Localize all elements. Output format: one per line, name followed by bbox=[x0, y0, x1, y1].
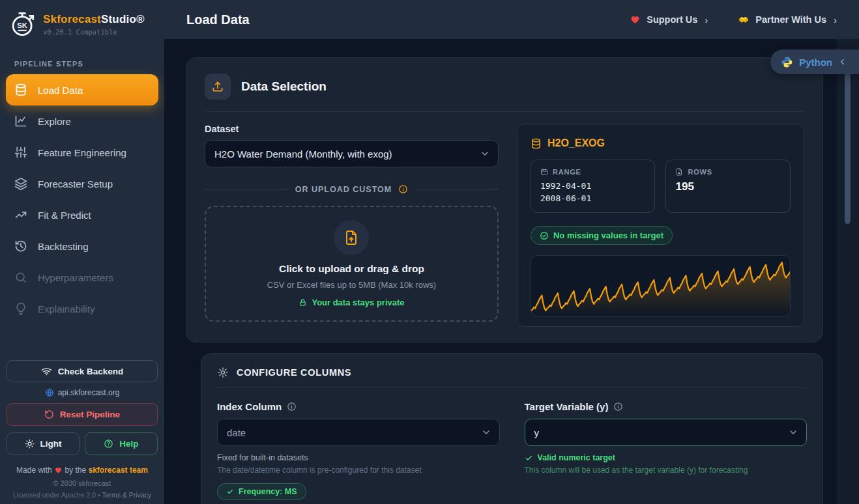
chevron-down-icon bbox=[481, 427, 491, 438]
or-upload-divider: OR UPLOAD CUSTOM bbox=[205, 184, 499, 194]
configure-columns-card: CONFIGURE COLUMNS Index Column date bbox=[201, 353, 823, 504]
target-variable-label: Target Variable (y) bbox=[525, 401, 609, 412]
valid-target-text: Valid numeric target bbox=[538, 453, 615, 462]
reset-pipeline-label: Reset Pipeline bbox=[60, 410, 120, 419]
terms-privacy-link[interactable]: Terms & Privacy bbox=[102, 491, 151, 499]
sidebar-item-backtesting[interactable]: Backtesting bbox=[6, 231, 158, 262]
info-icon[interactable] bbox=[613, 402, 623, 412]
sidebar-item-label: Forecaster Setup bbox=[38, 178, 113, 189]
data-selection-card: Data Selection Dataset H2O Water Demand … bbox=[186, 57, 823, 343]
info-icon[interactable] bbox=[398, 184, 408, 194]
sidebar-item-load-data[interactable]: Load Data bbox=[6, 74, 158, 105]
privacy-note: Your data stays private bbox=[298, 298, 404, 307]
pipeline-nav: Load Data Explore Feature Engineering Fo… bbox=[0, 74, 164, 324]
chevron-left-icon bbox=[838, 57, 847, 66]
brand-name-white: Studio® bbox=[101, 13, 145, 25]
brand-text: SkforecastStudio® v0.20.1 Compatible bbox=[43, 13, 145, 36]
dataset-select[interactable]: H2O Water Demand (Monthly, with exog) bbox=[205, 140, 499, 167]
sidebar-item-feature-engineering[interactable]: Feature Engineering bbox=[6, 137, 158, 168]
info-icon[interactable] bbox=[287, 402, 297, 412]
database-icon bbox=[531, 138, 542, 149]
rotate-ccw-icon bbox=[44, 410, 54, 419]
partner-with-us-label: Partner With Us bbox=[755, 14, 826, 25]
range-start-value: 1992-04-01 bbox=[540, 180, 646, 193]
sidebar-item-explainability[interactable]: Explainability bbox=[6, 293, 158, 324]
sidebar-footer: Check Backend api.skforecast.org Reset P… bbox=[0, 354, 164, 504]
search-icon bbox=[14, 271, 27, 284]
or-upload-label: OR UPLOAD CUSTOM bbox=[295, 185, 392, 194]
license-prefix: Licensed under Apache 2.0 • bbox=[13, 491, 100, 499]
sidebar-item-label: Load Data bbox=[38, 85, 83, 96]
team-link[interactable]: skforecast team bbox=[89, 466, 148, 475]
copyright-line: © 2030 skforecast bbox=[7, 479, 158, 487]
check-icon bbox=[226, 488, 234, 496]
file-dropzone[interactable]: Click to upload or drag & drop CSV or Ex… bbox=[205, 206, 499, 322]
lightbulb-icon bbox=[14, 302, 27, 315]
stopwatch-logo-icon: SK bbox=[9, 10, 36, 38]
made-with-prefix: Made with bbox=[16, 466, 52, 475]
index-helper-secondary: The date/datetime column is pre-configur… bbox=[217, 466, 500, 475]
privacy-text: Your data stays private bbox=[312, 298, 404, 307]
sidebar-item-forecaster-setup[interactable]: Forecaster Setup bbox=[6, 168, 158, 199]
license-line: Licensed under Apache 2.0 • Terms & Priv… bbox=[7, 491, 158, 499]
sliders-icon bbox=[14, 146, 27, 159]
calendar-icon bbox=[540, 168, 548, 176]
sidebar-item-hyperparameters[interactable]: Hyperparameters bbox=[6, 262, 158, 293]
target-helper-text: This column will be used as the target v… bbox=[525, 466, 808, 475]
range-end-value: 2008-06-01 bbox=[540, 193, 646, 205]
dataset-select-value: H2O Water Demand (Monthly, with exog) bbox=[214, 148, 392, 160]
sidebar-item-fit-predict[interactable]: Fit & Predict bbox=[6, 199, 158, 231]
upload-title: Click to upload or drag & drop bbox=[279, 263, 424, 275]
reset-pipeline-button[interactable]: Reset Pipeline bbox=[7, 403, 158, 426]
no-missing-values-text: No missing values in target bbox=[553, 231, 663, 240]
index-column-select[interactable]: date bbox=[217, 419, 500, 446]
no-missing-values-badge: No missing values in target bbox=[531, 226, 673, 245]
brand-name-orange: Skforecast bbox=[43, 13, 101, 25]
data-selection-title: Data Selection bbox=[241, 79, 327, 94]
sidebar-item-label: Fit & Predict bbox=[38, 210, 91, 221]
wifi-icon bbox=[41, 366, 52, 377]
target-sparkline-chart bbox=[531, 255, 791, 316]
check-backend-button[interactable]: Check Backend bbox=[7, 360, 158, 382]
rows-label: ROWS bbox=[688, 168, 712, 176]
support-us-link[interactable]: Support Us › bbox=[630, 14, 708, 25]
help-circle-icon bbox=[104, 439, 113, 449]
rows-value: 195 bbox=[675, 180, 781, 193]
index-column-label: Index Column bbox=[217, 401, 282, 412]
lock-icon bbox=[298, 298, 307, 307]
dataset-label: Dataset bbox=[205, 124, 499, 134]
python-tab-label: Python bbox=[799, 57, 832, 68]
check-circle-icon bbox=[540, 231, 549, 240]
theme-toggle-button[interactable]: Light bbox=[7, 432, 80, 455]
file-upload-icon bbox=[334, 220, 369, 255]
globe-icon bbox=[45, 388, 54, 397]
brand-logo-row: SK SkforecastStudio® v0.20.1 Compatible bbox=[0, 0, 164, 43]
app-root: SK SkforecastStudio® v0.20.1 Compatible … bbox=[0, 0, 859, 504]
help-button[interactable]: Help bbox=[85, 432, 158, 455]
target-variable-select[interactable]: y bbox=[525, 419, 808, 446]
help-label: Help bbox=[119, 439, 138, 449]
sidebar-item-label: Backtesting bbox=[38, 241, 89, 252]
sidebar-item-label: Explainability bbox=[38, 303, 95, 315]
heart-icon bbox=[630, 14, 641, 25]
layers-icon bbox=[14, 177, 27, 190]
target-variable-value: y bbox=[534, 427, 540, 438]
range-stat-box: RANGE 1992-04-01 2008-06-01 bbox=[531, 160, 656, 213]
api-url-text: api.skforecast.org bbox=[58, 388, 120, 397]
sidebar-item-label: Hyperparameters bbox=[38, 272, 113, 283]
scrollbar-thumb[interactable] bbox=[845, 63, 851, 224]
partner-with-us-link[interactable]: Partner With Us › bbox=[738, 14, 837, 25]
check-icon bbox=[525, 454, 533, 462]
made-with-line: Made with by the skforecast team bbox=[7, 466, 158, 475]
line-chart-icon bbox=[14, 115, 27, 128]
index-column-value: date bbox=[227, 427, 246, 438]
python-icon bbox=[781, 56, 793, 68]
sidebar-item-label: Explore bbox=[38, 116, 71, 127]
scrollbar-track[interactable] bbox=[837, 39, 859, 504]
frequency-badge: Frequency: MS bbox=[217, 483, 306, 500]
pipeline-steps-label: PIPELINE STEPS bbox=[0, 43, 164, 74]
chevron-right-icon: › bbox=[834, 14, 837, 25]
chevron-right-icon: › bbox=[705, 14, 708, 25]
sidebar-item-explore[interactable]: Explore bbox=[6, 105, 158, 137]
python-code-tab[interactable]: Python bbox=[770, 49, 859, 74]
